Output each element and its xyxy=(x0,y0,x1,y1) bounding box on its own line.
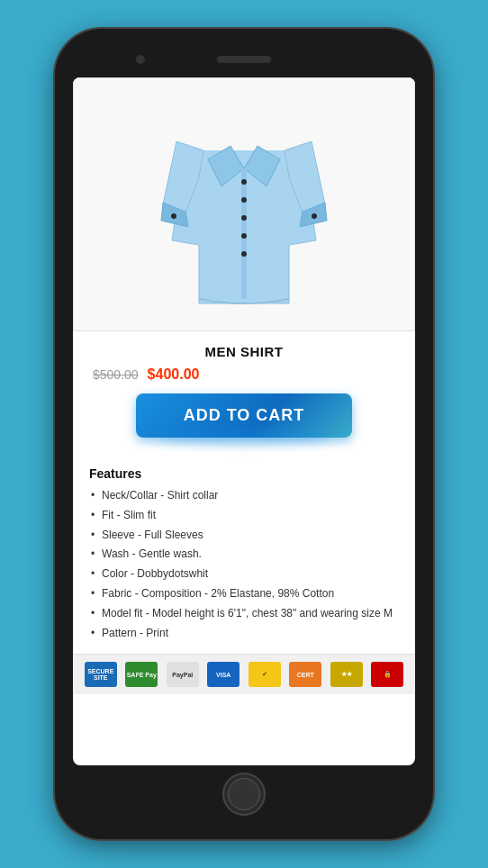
price-row: $500.00 $400.00 xyxy=(89,366,399,383)
badge-gold: ★★ xyxy=(330,662,363,687)
svg-point-6 xyxy=(171,213,176,219)
features-section: Features Neck/Collar - Shirt collarFit -… xyxy=(73,461,415,654)
svg-point-2 xyxy=(241,197,247,203)
add-to-cart-button[interactable]: ADD TO CART xyxy=(136,393,352,438)
svg-point-4 xyxy=(241,233,247,239)
feature-item: Model fit - Model height is 6'1", chest … xyxy=(89,606,399,621)
feature-item: Fit - Slim fit xyxy=(89,508,399,523)
feature-item: Fabric - Composition - 2% Elastane, 98% … xyxy=(89,586,399,601)
svg-point-5 xyxy=(241,251,247,257)
svg-point-3 xyxy=(241,215,247,221)
feature-item: Neck/Collar - Shirt collar xyxy=(89,488,399,503)
phone-top-bar xyxy=(64,45,424,74)
home-button-inner xyxy=(228,778,260,810)
badge-paypal: PayPal xyxy=(167,662,199,687)
badge-verified: ✓ xyxy=(249,662,281,687)
price-original: $500.00 xyxy=(93,367,139,382)
product-title: MEN SHIRT xyxy=(89,344,399,359)
home-button[interactable] xyxy=(222,773,266,816)
trust-badges: SECURE SITE SAFE Pay PayPal VISA ✓ CERT … xyxy=(73,654,415,694)
features-title: Features xyxy=(89,466,399,481)
screen: MEN SHIRT $500.00 $400.00 ADD TO CART Fe… xyxy=(73,77,415,765)
product-image-container xyxy=(73,77,415,331)
feature-list: Neck/Collar - Shirt collarFit - Slim fit… xyxy=(89,488,399,640)
feature-item: Wash - Gentle wash. xyxy=(89,547,399,562)
badge-safe: SAFE Pay xyxy=(125,662,158,687)
svg-point-7 xyxy=(312,213,317,219)
camera-dot xyxy=(136,55,145,64)
badge-protected: 🔒 xyxy=(371,662,403,687)
product-image xyxy=(154,96,334,312)
svg-point-1 xyxy=(241,179,247,185)
badge-visa: VISA xyxy=(207,662,239,687)
price-sale: $400.00 xyxy=(148,366,200,383)
feature-item: Color - Dobbydotswhit xyxy=(89,566,399,582)
phone-shell: MEN SHIRT $500.00 $400.00 ADD TO CART Fe… xyxy=(55,29,433,839)
product-info: MEN SHIRT $500.00 $400.00 ADD TO CART xyxy=(73,331,415,461)
badge-secure: SECURE SITE xyxy=(85,662,117,687)
feature-item: Sleeve - Full Sleeves xyxy=(89,528,399,543)
phone-bottom-bar xyxy=(64,769,424,819)
speaker xyxy=(217,56,271,63)
feature-item: Pattern - Print xyxy=(89,626,399,641)
badge-certified: CERT xyxy=(289,662,321,687)
